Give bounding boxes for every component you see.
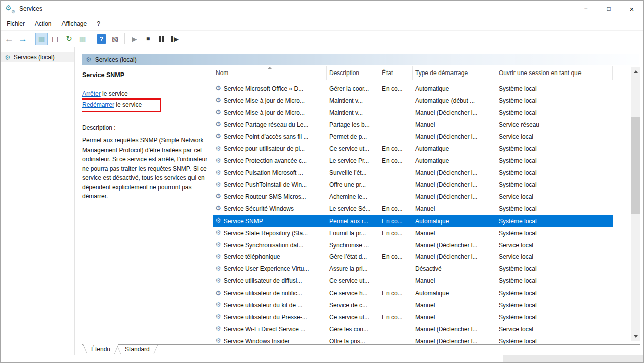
table-row[interactable]: ⚙ Service State Repository (Sta... Fourn…	[213, 227, 613, 239]
service-startup-type-cell: Automatique	[413, 157, 496, 164]
sort-ascending-icon	[268, 67, 272, 69]
refresh-button[interactable]: ↻	[62, 33, 75, 45]
service-description-cell: Offre la pris...	[327, 338, 379, 345]
table-row[interactable]: ⚙ Service User Experience Virtu... Assur…	[213, 263, 613, 275]
service-state-cell: En co...	[379, 230, 413, 237]
service-logon-cell: Système local	[496, 265, 613, 272]
column-header-ouvrir-session[interactable]: Ouvrir une session en tant que	[496, 66, 613, 80]
service-name: Service pour utilisateur de pl...	[224, 145, 305, 152]
table-row[interactable]: ⚙ Service Partage réseau du Le... Partag…	[213, 119, 613, 131]
table-row[interactable]: ⚙ Service Pulsation Microsoft ... Survei…	[213, 167, 613, 179]
service-logon-cell: Système local	[496, 97, 613, 104]
scrollbar-track[interactable]	[631, 76, 640, 332]
service-logon-cell: Système local	[496, 230, 613, 237]
console-tree-pane: ⚙ Services (local)	[1, 47, 75, 355]
service-gear-icon: ⚙	[215, 109, 221, 116]
properties-button[interactable]: ▤	[49, 33, 61, 45]
service-name: Service Routeur SMS Micros...	[224, 193, 306, 200]
scrollbar-thumb[interactable]	[631, 117, 640, 214]
table-row[interactable]: ⚙ Service Synchronisation dat... Synchro…	[213, 239, 613, 251]
vertical-scrollbar[interactable]	[631, 67, 640, 341]
table-row[interactable]: ⚙ Service téléphonique Gère l’état d... …	[213, 251, 613, 263]
service-startup-type-cell: Manuel (Déclencher l...	[413, 169, 496, 176]
stop-service-button[interactable]: ■	[142, 33, 154, 45]
extended-info-panel: Service SNMP Arrêter le service Redémarr…	[82, 66, 213, 345]
column-header-type-demarrage[interactable]: Type de démarrage	[413, 66, 496, 80]
column-header-description[interactable]: Description	[327, 66, 379, 80]
annotation-red-box: Redémarrer le service	[82, 98, 161, 112]
service-state-cell: En co...	[379, 217, 413, 225]
minimize-button[interactable]: −	[574, 1, 597, 17]
stop-service-line: Arrêter le service	[82, 90, 213, 97]
table-row[interactable]: ⚙ Service utilisateur de diffusi... Ce s…	[213, 275, 613, 287]
service-logon-cell: Système local	[496, 205, 613, 212]
table-row[interactable]: ⚙ Service Microsoft Office « D... Gérer …	[213, 83, 613, 95]
service-startup-type-cell: Désactivé	[413, 265, 496, 272]
menu-affichage[interactable]: Affichage	[56, 18, 92, 30]
service-gear-icon: ⚙	[215, 289, 221, 296]
help-button[interactable]: ?	[95, 33, 108, 45]
service-startup-type-cell: Automatique	[413, 217, 496, 225]
start-service-button[interactable]: ▶	[128, 33, 141, 45]
window-controls: − □ ×	[574, 1, 643, 17]
help-icon: ?	[97, 34, 106, 44]
table-row[interactable]: ⚙ Service utilisateur de notific... Ce s…	[213, 287, 613, 299]
table-row[interactable]: ⚙ Service Protection avancée c... Le ser…	[213, 155, 613, 167]
service-logon-cell: Service réseau	[496, 121, 613, 128]
action-pane-button[interactable]: ▧	[109, 33, 121, 45]
pause-service-button[interactable]	[155, 33, 168, 45]
table-row[interactable]: ⚙ Service utilisateur du kit de ... Serv…	[213, 299, 613, 311]
table-row[interactable]: ⚙ Service PushToInstall de Win... Offre …	[213, 179, 613, 191]
table-row[interactable]: ⚙ Service Point d’accès sans fil ... Per…	[213, 131, 613, 143]
console-tree-toggle-button[interactable]: ▥	[35, 33, 48, 45]
toolbar-separator	[124, 33, 125, 44]
service-name: Service SNMP	[224, 217, 263, 225]
service-startup-type-cell: Automatique	[413, 145, 496, 152]
menu-aide[interactable]: ?	[92, 18, 105, 30]
table-row[interactable]: ⚙ Service utilisateur du Presse-... Ce s…	[213, 311, 613, 323]
scroll-down-button[interactable]	[631, 332, 640, 341]
service-description-cell: Ce service ut...	[327, 145, 379, 152]
table-row[interactable]: ⚙ Service Mise à jour de Micro... Mainti…	[213, 95, 613, 107]
service-startup-type-cell: Automatique (début ...	[413, 97, 496, 104]
service-logon-cell: Service local	[496, 242, 613, 249]
table-row[interactable]: ⚙ Service Mise à jour de Micro... Mainti…	[213, 107, 613, 119]
restart-service-button[interactable]: ▶	[169, 33, 181, 45]
tree-item-services-local[interactable]: ⚙ Services (local)	[1, 52, 74, 62]
scroll-up-button[interactable]	[631, 67, 640, 76]
service-gear-icon: ⚙	[215, 97, 221, 104]
window-title: Services	[19, 5, 42, 12]
services-local-header: ⚙ Services (local)	[82, 54, 639, 65]
service-startup-type-cell: Manuel	[413, 277, 496, 284]
menu-fichier[interactable]: Fichier	[2, 18, 30, 30]
table-row[interactable]: ⚙ Service Sécurité Windows Le service Sé…	[213, 203, 613, 215]
service-startup-type-cell: Automatique	[413, 289, 496, 297]
restart-service-link[interactable]: Redémarrer	[82, 101, 114, 108]
column-header-etat[interactable]: État	[379, 66, 413, 80]
main-pane: ⚙ Services (local) Service SNMP Arrêter …	[78, 47, 643, 355]
stop-icon: ■	[146, 35, 150, 42]
forward-button[interactable]: →	[16, 33, 29, 45]
maximize-button[interactable]: □	[597, 1, 620, 17]
table-row[interactable]: ⚙ Service Routeur SMS Micros... Achemine…	[213, 191, 613, 203]
table-row[interactable]: ⚙ Service SNMP Permet aux r... En co... …	[213, 215, 613, 227]
table-row[interactable]: ⚙ Service Windows Insider Offre la pris.…	[213, 335, 613, 345]
service-gear-icon: ⚙	[215, 314, 221, 320]
export-list-button[interactable]: ▦	[76, 33, 89, 45]
main-content: Service SNMP Arrêter le service Redémarr…	[82, 66, 640, 345]
menu-action[interactable]: Action	[30, 18, 56, 30]
table-row[interactable]: ⚙ Service Wi-Fi Direct Service ... Gère …	[213, 323, 613, 335]
service-state-cell: En co...	[379, 157, 413, 164]
column-header-nom[interactable]: Nom	[213, 66, 327, 80]
close-button[interactable]: ×	[620, 1, 643, 17]
service-name: Service Mise à jour de Micro...	[224, 97, 305, 104]
service-gear-icon: ⚙	[215, 265, 221, 272]
stop-service-link[interactable]: Arrêter	[82, 90, 101, 97]
back-button[interactable]: ←	[3, 33, 15, 45]
tab-etendu[interactable]: Étendu	[83, 344, 119, 354]
table-row[interactable]: ⚙ Service pour utilisateur de pl... Ce s…	[213, 142, 613, 155]
service-gear-icon: ⚙	[215, 326, 221, 332]
service-logon-cell: Service local	[496, 326, 613, 333]
service-gear-icon: ⚙	[215, 145, 221, 152]
tab-standard[interactable]: Standard	[116, 344, 158, 354]
